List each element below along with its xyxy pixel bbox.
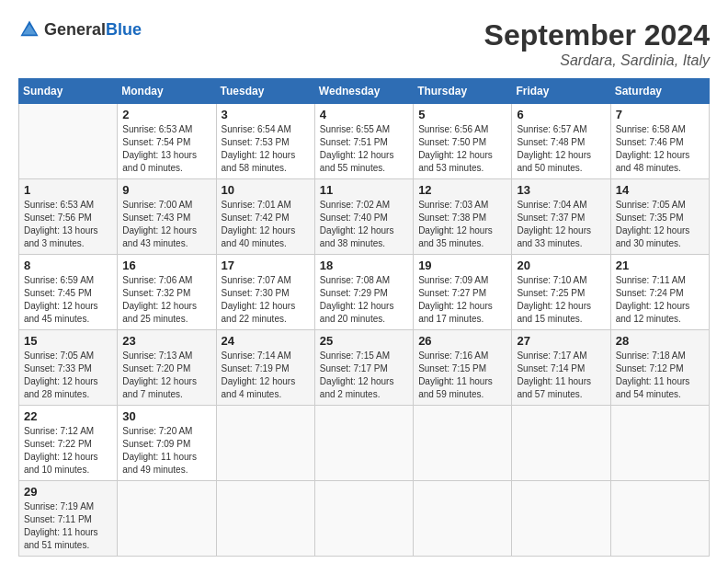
col-wednesday: Wednesday xyxy=(314,79,413,104)
logo-icon xyxy=(18,18,40,40)
col-thursday: Thursday xyxy=(414,79,512,104)
calendar-cell: 7Sunrise: 6:58 AM Sunset: 7:46 PM Daylig… xyxy=(610,104,709,179)
day-info: Sunrise: 6:55 AM Sunset: 7:51 PM Dayligh… xyxy=(320,123,408,175)
page-header: GeneralBlue September 2024 Sardara, Sard… xyxy=(18,18,710,69)
calendar-cell: 16Sunrise: 7:06 AM Sunset: 7:32 PM Dayli… xyxy=(118,255,216,330)
day-number: 8 xyxy=(24,259,112,272)
day-info: Sunrise: 7:03 AM Sunset: 7:38 PM Dayligh… xyxy=(418,199,506,250)
calendar-cell: 26Sunrise: 7:16 AM Sunset: 7:15 PM Dayli… xyxy=(414,330,512,406)
title-block: September 2024 Sardara, Sardinia, Italy xyxy=(484,18,710,69)
location-title: Sardara, Sardinia, Italy xyxy=(484,52,710,69)
calendar-cell: 3Sunrise: 6:54 AM Sunset: 7:53 PM Daylig… xyxy=(216,104,314,179)
day-info: Sunrise: 7:18 AM Sunset: 7:12 PM Dayligh… xyxy=(616,350,704,401)
day-number: 1 xyxy=(24,183,112,197)
calendar-cell: 14Sunrise: 7:05 AM Sunset: 7:35 PM Dayli… xyxy=(610,179,709,255)
col-friday: Friday xyxy=(512,79,610,104)
calendar-cell: 11Sunrise: 7:02 AM Sunset: 7:40 PM Dayli… xyxy=(314,179,413,255)
day-info: Sunrise: 6:54 AM Sunset: 7:53 PM Dayligh… xyxy=(222,123,310,175)
day-info: Sunrise: 7:11 AM Sunset: 7:24 PM Dayligh… xyxy=(616,274,704,326)
calendar-cell xyxy=(118,481,216,557)
calendar-week-3: 8Sunrise: 6:59 AM Sunset: 7:45 PM Daylig… xyxy=(19,255,710,330)
day-number: 17 xyxy=(222,259,310,272)
day-info: Sunrise: 7:13 AM Sunset: 7:20 PM Dayligh… xyxy=(122,350,210,401)
calendar-cell xyxy=(610,481,709,557)
calendar-cell: 13Sunrise: 7:04 AM Sunset: 7:37 PM Dayli… xyxy=(512,179,610,255)
day-info: Sunrise: 7:05 AM Sunset: 7:33 PM Dayligh… xyxy=(24,350,112,401)
col-saturday: Saturday xyxy=(610,79,709,104)
calendar-cell: 2Sunrise: 6:53 AM Sunset: 7:54 PM Daylig… xyxy=(118,104,216,179)
day-number: 26 xyxy=(418,334,506,348)
calendar-cell xyxy=(610,406,709,481)
calendar-week-6: 29Sunrise: 7:19 AM Sunset: 7:11 PM Dayli… xyxy=(19,481,710,557)
col-tuesday: Tuesday xyxy=(216,79,314,104)
day-number: 18 xyxy=(320,259,408,272)
calendar-cell xyxy=(512,481,610,557)
day-info: Sunrise: 6:57 AM Sunset: 7:48 PM Dayligh… xyxy=(517,123,605,175)
calendar-cell: 27Sunrise: 7:17 AM Sunset: 7:14 PM Dayli… xyxy=(512,330,610,406)
calendar-cell: 18Sunrise: 7:08 AM Sunset: 7:29 PM Dayli… xyxy=(314,255,413,330)
day-number: 6 xyxy=(517,108,605,121)
calendar-cell xyxy=(216,406,314,481)
day-number: 30 xyxy=(122,409,210,423)
day-info: Sunrise: 7:00 AM Sunset: 7:43 PM Dayligh… xyxy=(122,199,210,250)
calendar-cell xyxy=(512,406,610,481)
calendar-cell: 17Sunrise: 7:07 AM Sunset: 7:30 PM Dayli… xyxy=(216,255,314,330)
calendar-cell: 23Sunrise: 7:13 AM Sunset: 7:20 PM Dayli… xyxy=(118,330,216,406)
day-info: Sunrise: 7:08 AM Sunset: 7:29 PM Dayligh… xyxy=(320,274,408,326)
calendar-cell xyxy=(414,406,512,481)
calendar-cell: 1Sunrise: 6:53 AM Sunset: 7:56 PM Daylig… xyxy=(19,179,118,255)
calendar-cell xyxy=(314,481,413,557)
calendar-cell xyxy=(314,406,413,481)
calendar-cell: 4Sunrise: 6:55 AM Sunset: 7:51 PM Daylig… xyxy=(314,104,413,179)
logo-blue: Blue xyxy=(106,20,142,39)
day-number: 4 xyxy=(320,108,408,121)
calendar-cell: 20Sunrise: 7:10 AM Sunset: 7:25 PM Dayli… xyxy=(512,255,610,330)
day-info: Sunrise: 6:53 AM Sunset: 7:54 PM Dayligh… xyxy=(122,123,210,175)
calendar-cell: 29Sunrise: 7:19 AM Sunset: 7:11 PM Dayli… xyxy=(19,481,118,557)
day-number: 14 xyxy=(616,183,704,197)
calendar-cell xyxy=(216,481,314,557)
day-info: Sunrise: 6:53 AM Sunset: 7:56 PM Dayligh… xyxy=(24,199,112,250)
day-number: 23 xyxy=(122,334,210,348)
day-info: Sunrise: 7:05 AM Sunset: 7:35 PM Dayligh… xyxy=(616,199,704,250)
calendar-cell: 21Sunrise: 7:11 AM Sunset: 7:24 PM Dayli… xyxy=(610,255,709,330)
calendar-week-5: 22Sunrise: 7:12 AM Sunset: 7:22 PM Dayli… xyxy=(19,406,710,481)
day-info: Sunrise: 7:06 AM Sunset: 7:32 PM Dayligh… xyxy=(122,274,210,326)
calendar-header-row: Sunday Monday Tuesday Wednesday Thursday… xyxy=(19,79,710,104)
logo-text: GeneralBlue xyxy=(44,20,142,40)
col-monday: Monday xyxy=(118,79,216,104)
day-number: 13 xyxy=(517,183,605,197)
day-info: Sunrise: 6:56 AM Sunset: 7:50 PM Dayligh… xyxy=(418,123,506,175)
day-info: Sunrise: 7:04 AM Sunset: 7:37 PM Dayligh… xyxy=(517,199,605,250)
day-info: Sunrise: 7:12 AM Sunset: 7:22 PM Dayligh… xyxy=(24,425,112,477)
logo: GeneralBlue xyxy=(18,18,142,40)
day-number: 12 xyxy=(418,183,506,197)
calendar-cell: 10Sunrise: 7:01 AM Sunset: 7:42 PM Dayli… xyxy=(216,179,314,255)
day-info: Sunrise: 6:59 AM Sunset: 7:45 PM Dayligh… xyxy=(24,274,112,326)
day-info: Sunrise: 7:14 AM Sunset: 7:19 PM Dayligh… xyxy=(222,350,310,401)
calendar-cell: 12Sunrise: 7:03 AM Sunset: 7:38 PM Dayli… xyxy=(414,179,512,255)
day-number: 27 xyxy=(517,334,605,348)
logo-general: General xyxy=(44,20,106,39)
calendar-cell: 5Sunrise: 6:56 AM Sunset: 7:50 PM Daylig… xyxy=(414,104,512,179)
calendar-cell: 19Sunrise: 7:09 AM Sunset: 7:27 PM Dayli… xyxy=(414,255,512,330)
day-number: 22 xyxy=(24,409,112,423)
day-info: Sunrise: 7:16 AM Sunset: 7:15 PM Dayligh… xyxy=(418,350,506,401)
calendar-cell: 15Sunrise: 7:05 AM Sunset: 7:33 PM Dayli… xyxy=(19,330,118,406)
day-info: Sunrise: 7:02 AM Sunset: 7:40 PM Dayligh… xyxy=(320,199,408,250)
day-number: 2 xyxy=(122,108,210,121)
col-sunday: Sunday xyxy=(19,79,118,104)
day-number: 29 xyxy=(24,485,112,499)
day-info: Sunrise: 7:15 AM Sunset: 7:17 PM Dayligh… xyxy=(320,350,408,401)
day-info: Sunrise: 7:19 AM Sunset: 7:11 PM Dayligh… xyxy=(24,500,112,552)
calendar-cell: 28Sunrise: 7:18 AM Sunset: 7:12 PM Dayli… xyxy=(610,330,709,406)
day-number: 24 xyxy=(222,334,310,348)
day-info: Sunrise: 7:17 AM Sunset: 7:14 PM Dayligh… xyxy=(517,350,605,401)
calendar-week-1: 2Sunrise: 6:53 AM Sunset: 7:54 PM Daylig… xyxy=(19,104,710,179)
calendar-week-2: 1Sunrise: 6:53 AM Sunset: 7:56 PM Daylig… xyxy=(19,179,710,255)
day-number: 11 xyxy=(320,183,408,197)
day-info: Sunrise: 7:09 AM Sunset: 7:27 PM Dayligh… xyxy=(418,274,506,326)
calendar-cell: 8Sunrise: 6:59 AM Sunset: 7:45 PM Daylig… xyxy=(19,255,118,330)
calendar-cell xyxy=(414,481,512,557)
day-number: 21 xyxy=(616,259,704,272)
